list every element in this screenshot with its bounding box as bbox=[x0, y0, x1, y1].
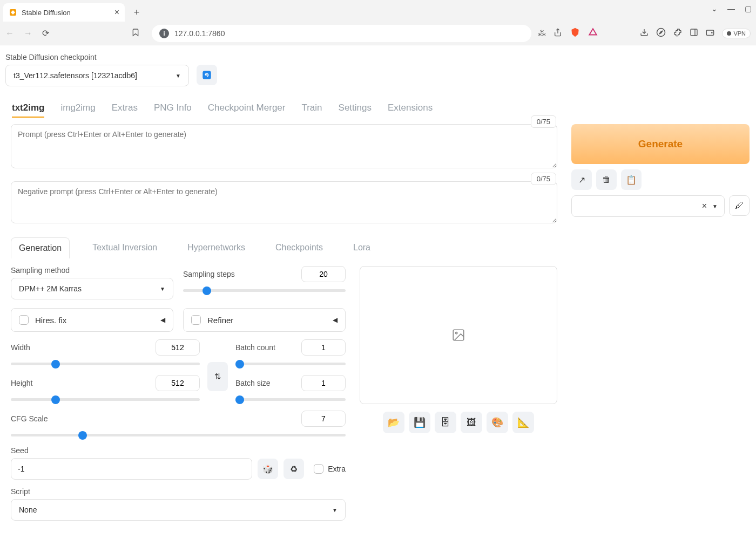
width-label: Width bbox=[11, 343, 30, 352]
sampling-steps-input[interactable] bbox=[301, 266, 346, 282]
save-button[interactable]: 💾 bbox=[409, 412, 430, 433]
batch-count-label: Batch count bbox=[235, 343, 275, 352]
brave-wallet-icon[interactable] bbox=[588, 28, 598, 39]
subtab-checkpoints[interactable]: Checkpoints bbox=[268, 237, 330, 258]
checkpoint-dropdown[interactable]: t3_Ver112.safetensors [12321acdb6] ▼ bbox=[5, 65, 189, 86]
reuse-seed-button[interactable]: ♻ bbox=[284, 459, 304, 479]
refiner-checkbox[interactable] bbox=[191, 315, 201, 325]
bookmark-icon[interactable] bbox=[131, 28, 140, 39]
chevron-down-icon: ▼ bbox=[332, 507, 338, 513]
svg-rect-5 bbox=[691, 29, 697, 36]
styles-dropdown[interactable]: × ▼ bbox=[571, 195, 725, 217]
subtab-generation[interactable]: Generation bbox=[11, 237, 70, 258]
extra-seed-checkbox[interactable] bbox=[314, 464, 323, 474]
vpn-badge[interactable]: VPN bbox=[722, 29, 751, 38]
share-icon[interactable] bbox=[554, 28, 562, 39]
sidepanel-icon[interactable] bbox=[690, 28, 698, 39]
cfg-scale-input[interactable] bbox=[301, 411, 346, 427]
hires-fix-toggle[interactable]: Hires. fix ◀ bbox=[11, 308, 173, 332]
batch-size-input[interactable] bbox=[301, 375, 346, 391]
refiner-toggle[interactable]: Refiner ◀ bbox=[183, 308, 346, 332]
height-input[interactable] bbox=[156, 375, 200, 391]
tab-close-icon[interactable]: × bbox=[114, 8, 119, 17]
tab-txt2img[interactable]: txt2img bbox=[12, 99, 44, 118]
random-seed-button[interactable]: 🎲 bbox=[258, 459, 278, 479]
width-input[interactable] bbox=[156, 339, 200, 356]
reload-icon[interactable]: ⟳ bbox=[42, 28, 49, 38]
new-tab-button[interactable]: + bbox=[129, 5, 144, 20]
svg-point-8 bbox=[712, 32, 712, 33]
script-dropdown[interactable]: None ▼ bbox=[11, 499, 346, 521]
clear-prompt-button[interactable]: 🗑 bbox=[596, 169, 617, 190]
swap-dimensions-button[interactable]: ⇅ bbox=[207, 362, 228, 391]
send-to-img2img-button[interactable]: 🖼 bbox=[461, 412, 482, 433]
forward-icon[interactable]: → bbox=[24, 29, 32, 38]
refresh-checkpoint-button[interactable] bbox=[197, 65, 217, 85]
back-icon[interactable]: ← bbox=[5, 29, 14, 38]
tab-img2img[interactable]: img2img bbox=[60, 99, 95, 118]
browser-toolbar: ← → ⟳ i 127.0.0.1:7860 ⁂ VPN bbox=[0, 22, 756, 45]
height-label: Height bbox=[11, 379, 32, 387]
sampling-method-dropdown[interactable]: DPM++ 2M Karras ▼ bbox=[11, 278, 173, 299]
address-bar[interactable]: i 127.0.0.1:7860 bbox=[152, 25, 531, 42]
output-preview bbox=[360, 266, 557, 404]
maximize-icon[interactable]: ▢ bbox=[745, 4, 752, 13]
cfg-scale-label: CFG Scale bbox=[11, 414, 48, 423]
chevron-down-icon[interactable]: ⌄ bbox=[711, 4, 718, 13]
generate-button[interactable]: Generate bbox=[571, 124, 750, 164]
negative-prompt-input[interactable] bbox=[11, 181, 557, 223]
seed-label: Seed bbox=[11, 446, 346, 455]
save-zip-button[interactable]: 🗄 bbox=[435, 412, 456, 433]
paste-button[interactable]: 📋 bbox=[621, 169, 642, 190]
chevron-down-icon: ▼ bbox=[160, 286, 165, 292]
extra-label: Extra bbox=[328, 465, 346, 473]
tab-checkpoint-merger[interactable]: Checkpoint Merger bbox=[208, 99, 286, 118]
subtab-lora[interactable]: Lora bbox=[346, 237, 378, 258]
send-to-inpaint-button[interactable]: 🎨 bbox=[487, 412, 508, 433]
close-icon[interactable]: × bbox=[702, 201, 707, 211]
subtab-hypernetworks[interactable]: Hypernetworks bbox=[180, 237, 253, 258]
brave-shield-icon[interactable] bbox=[570, 27, 580, 40]
tab-extras[interactable]: Extras bbox=[112, 99, 138, 118]
translate-icon[interactable]: ⁂ bbox=[538, 29, 546, 38]
triangle-left-icon: ◀ bbox=[160, 316, 165, 324]
sub-tabs: Generation Textual Inversion Hypernetwor… bbox=[11, 226, 557, 258]
subtab-textual-inversion[interactable]: Textual Inversion bbox=[85, 237, 165, 258]
tab-train[interactable]: Train bbox=[301, 99, 322, 118]
prompt-input[interactable] bbox=[11, 124, 557, 168]
favicon-icon bbox=[9, 8, 17, 17]
edit-styles-button[interactable]: 🖊 bbox=[729, 195, 750, 216]
open-folder-button[interactable]: 📂 bbox=[383, 412, 404, 433]
minimize-icon[interactable]: — bbox=[727, 4, 735, 13]
tab-settings[interactable]: Settings bbox=[339, 99, 372, 118]
seed-input[interactable] bbox=[11, 458, 252, 480]
wallet-icon[interactable] bbox=[706, 28, 714, 39]
send-to-extras-button[interactable]: 📐 bbox=[512, 412, 534, 433]
main-tabs: txt2img img2img Extras PNG Info Checkpoi… bbox=[3, 86, 753, 122]
negative-prompt-token-counter: 0/75 bbox=[531, 173, 556, 185]
browser-tabs-bar: Stable Diffusion × + ⌄ — ▢ bbox=[0, 0, 756, 22]
interrogate-button[interactable]: ↗ bbox=[571, 169, 592, 190]
output-actions: 📂 💾 🗄 🖼 🎨 📐 bbox=[360, 412, 557, 433]
batch-count-slider[interactable] bbox=[235, 363, 346, 365]
tab-extensions[interactable]: Extensions bbox=[388, 99, 433, 118]
cfg-scale-slider[interactable] bbox=[11, 434, 346, 436]
batch-count-input[interactable] bbox=[301, 339, 346, 356]
tab-title: Stable Diffusion bbox=[22, 9, 71, 17]
url-text: 127.0.0.1:7860 bbox=[174, 29, 225, 38]
compass-icon[interactable] bbox=[656, 28, 666, 39]
triangle-left-icon: ◀ bbox=[333, 316, 338, 324]
width-slider[interactable] bbox=[11, 363, 200, 365]
height-slider[interactable] bbox=[11, 398, 200, 401]
batch-size-slider[interactable] bbox=[235, 398, 346, 401]
sampling-steps-slider[interactable] bbox=[183, 289, 346, 292]
sampling-steps-label: Sampling steps bbox=[183, 270, 235, 278]
extensions-icon[interactable] bbox=[673, 28, 682, 39]
sampling-method-label: Sampling method bbox=[11, 266, 173, 275]
download-icon[interactable] bbox=[640, 28, 649, 39]
browser-tab[interactable]: Stable Diffusion × bbox=[3, 3, 125, 22]
image-placeholder-icon bbox=[451, 328, 465, 342]
tab-pnginfo[interactable]: PNG Info bbox=[154, 99, 192, 118]
hires-fix-checkbox[interactable] bbox=[19, 315, 29, 325]
svg-point-11 bbox=[456, 332, 457, 334]
